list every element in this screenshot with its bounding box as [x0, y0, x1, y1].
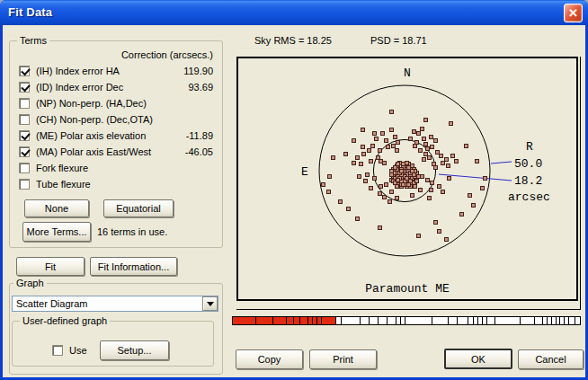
- term-checkbox[interactable]: [19, 66, 30, 76]
- scatter-point: [429, 135, 433, 139]
- ok-button[interactable]: OK: [444, 349, 512, 369]
- more-terms-button[interactable]: More Terms...: [22, 222, 91, 242]
- scatter-point: [430, 145, 434, 149]
- scatter-point: [449, 121, 453, 126]
- scatter-point: [384, 138, 388, 143]
- sample-bar-tick: [307, 317, 308, 324]
- sample-bar-tick: [341, 317, 342, 324]
- close-button[interactable]: ✕: [564, 4, 583, 22]
- none-button[interactable]: None: [24, 199, 89, 217]
- scatter-point: [327, 174, 332, 179]
- scatter-point: [370, 144, 375, 148]
- term-row: (IH) Index error HA119.90: [19, 63, 213, 79]
- scatter-point: [352, 161, 356, 165]
- user-defined-graph-group: User-defined graph Use Setup...: [12, 321, 214, 367]
- scatter-point: [372, 176, 377, 181]
- scatter-point: [372, 131, 377, 136]
- scatter-point: [441, 190, 445, 194]
- term-correction-value: -46.05: [185, 146, 213, 157]
- term-checkbox[interactable]: [19, 179, 30, 190]
- fit-button[interactable]: Fit: [16, 257, 85, 276]
- sample-distribution-bar: [232, 316, 581, 325]
- setup-button[interactable]: Setup...: [100, 340, 169, 360]
- scatter-point: [369, 159, 373, 163]
- scatter-point: [361, 152, 366, 156]
- correction-column-header: Correction (arcsecs.): [10, 49, 213, 60]
- scatter-point: [380, 131, 385, 136]
- use-checkbox[interactable]: [52, 345, 63, 356]
- scatter-point: [444, 157, 449, 162]
- scatter-point: [396, 178, 400, 182]
- titlebar[interactable]: Fit Data ✕: [0, 0, 588, 25]
- fit-information-button[interactable]: Fit Information...: [90, 257, 177, 276]
- scatter-point: [369, 186, 373, 190]
- term-label: (ID) Index error Dec: [36, 82, 123, 93]
- sample-bar-tick: [477, 317, 478, 324]
- term-label: (ME) Polar axis elevation: [36, 130, 146, 141]
- term-checkbox[interactable]: [19, 163, 30, 173]
- term-label: Fork flexure: [36, 163, 88, 173]
- sample-bar-tick: [534, 317, 535, 324]
- scatter-point: [352, 138, 356, 143]
- scatter-point: [480, 186, 485, 190]
- term-row: (ME) Polar axis elevation-11.89: [19, 128, 213, 144]
- scatter-point: [439, 154, 443, 158]
- terms-group-label: Terms: [17, 35, 49, 47]
- outer-radius-value: 50.0: [514, 157, 542, 171]
- scatter-point: [437, 184, 441, 189]
- sample-bar-tick: [486, 317, 487, 324]
- scatter-point: [412, 129, 416, 134]
- scatter-plot: N E R 50.0 18.2 arcsec Paramount ME: [236, 57, 578, 301]
- copy-button[interactable]: Copy: [236, 349, 303, 369]
- scatter-point: [389, 110, 394, 114]
- scatter-point: [326, 190, 331, 194]
- graph-type-select[interactable]: Scatter Diagram: [12, 296, 218, 312]
- scatter-point: [414, 179, 419, 183]
- term-checkbox[interactable]: [19, 98, 30, 109]
- scatter-point: [357, 174, 361, 179]
- term-checkbox[interactable]: [19, 82, 30, 93]
- scatter-point: [454, 159, 459, 163]
- scatter-point: [365, 172, 370, 177]
- scatter-point: [483, 176, 487, 181]
- cancel-button[interactable]: Cancel: [518, 349, 584, 369]
- check-icon: [21, 147, 30, 157]
- arcsec-unit-label: arcsec: [508, 190, 550, 204]
- sample-bar-tick: [312, 317, 313, 324]
- term-checkbox[interactable]: [19, 130, 30, 141]
- scatter-point: [418, 188, 423, 192]
- sample-bar-tick: [255, 317, 256, 324]
- term-row: (CH) Non-perp. (Dec,OTA): [19, 111, 213, 128]
- sample-bar-tick: [564, 317, 565, 324]
- term-row: Fork flexure: [19, 160, 213, 176]
- term-label: (IH) Index error HA: [36, 66, 120, 76]
- sample-bar-tick: [482, 317, 483, 324]
- scatter-point: [382, 195, 387, 199]
- scatter-point: [321, 182, 325, 187]
- print-button[interactable]: Print: [309, 349, 377, 369]
- scatter-point: [396, 140, 400, 145]
- sample-bar-tick: [468, 317, 468, 324]
- scatter-point: [423, 152, 428, 156]
- check-icon: [21, 83, 30, 93]
- sample-bar-tick: [387, 317, 388, 324]
- equatorial-button[interactable]: Equatorial: [103, 199, 174, 217]
- scatter-point: [361, 145, 365, 149]
- sample-bar-tick: [457, 317, 458, 324]
- term-checkbox[interactable]: [19, 114, 30, 125]
- term-checkbox[interactable]: [19, 146, 30, 157]
- sample-bar-tick: [378, 317, 379, 324]
- scatter-point: [412, 172, 416, 177]
- sky-rms-value: Sky RMS = 18.25: [254, 35, 332, 46]
- sample-bar-tick: [316, 317, 317, 324]
- scatter-point: [422, 157, 426, 162]
- scatter-point: [355, 217, 360, 221]
- scatter-point: [367, 148, 371, 153]
- combo-dropdown-button[interactable]: [202, 296, 218, 311]
- scatter-point: [378, 225, 382, 230]
- scatter-point: [378, 191, 382, 196]
- scatter-point: [355, 155, 360, 160]
- term-row: (NP) Non-perp. (HA,Dec): [19, 95, 213, 111]
- sample-bar-tick: [547, 317, 548, 324]
- scatter-point: [363, 179, 368, 183]
